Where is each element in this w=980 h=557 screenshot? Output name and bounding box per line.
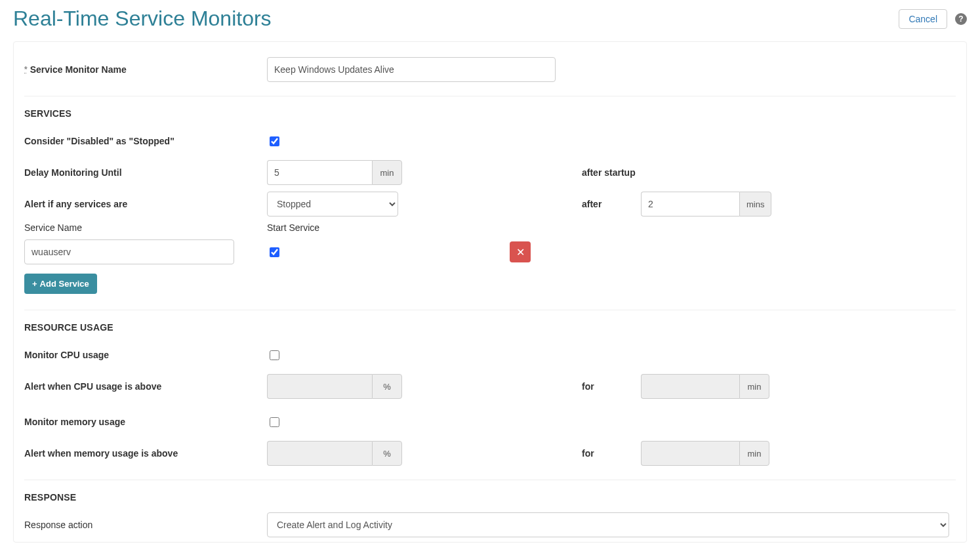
cpu-alert-label: Alert when CPU usage is above: [24, 381, 267, 392]
alert-if-label: Alert if any services are: [24, 199, 267, 209]
start-service-header: Start Service: [267, 222, 319, 233]
cpu-threshold-input[interactable]: [267, 374, 372, 399]
help-icon[interactable]: ?: [955, 13, 967, 25]
cpu-percent-unit: %: [372, 374, 402, 399]
memory-alert-label: Alert when memory usage is above: [24, 448, 267, 459]
start-service-checkbox[interactable]: [270, 247, 279, 257]
cpu-for-label: for: [562, 381, 641, 392]
cpu-min-unit: min: [739, 374, 769, 399]
required-indicator: *: [24, 65, 28, 74]
cpu-duration-input[interactable]: [641, 374, 739, 399]
page-header: Real-Time Service Monitors Cancel ?: [13, 7, 967, 37]
memory-threshold-input[interactable]: [267, 441, 372, 466]
cancel-button[interactable]: Cancel: [899, 9, 947, 29]
memory-duration-input[interactable]: [641, 441, 739, 466]
plus-icon: +: [32, 279, 37, 289]
alert-if-select[interactable]: Stopped: [267, 192, 398, 217]
memory-percent-unit: %: [372, 441, 402, 466]
page-title: Real-Time Service Monitors: [13, 7, 272, 31]
remove-service-button[interactable]: ✕: [510, 241, 531, 262]
monitor-memory-checkbox[interactable]: [270, 417, 279, 427]
resource-usage-section-title: RESOURCE USAGE: [24, 322, 956, 333]
divider: [24, 480, 956, 480]
response-action-select[interactable]: Create Alert and Log Activity: [267, 512, 949, 537]
response-section-title: RESPONSE: [24, 492, 956, 503]
consider-disabled-label: Consider "Disabled" as "Stopped": [24, 136, 267, 146]
service-monitor-name-input[interactable]: [267, 57, 556, 82]
divider: [24, 310, 956, 310]
response-action-label: Response action: [24, 520, 267, 530]
delay-monitoring-label: Delay Monitoring Until: [24, 167, 267, 178]
add-service-label: Add Service: [40, 279, 89, 289]
alert-after-unit-label: mins: [739, 192, 771, 217]
delay-unit-label: min: [372, 160, 402, 185]
close-icon: ✕: [516, 246, 525, 258]
after-label: after: [562, 199, 641, 209]
after-startup-label: after startup: [562, 167, 641, 178]
alert-after-duration-input[interactable]: [641, 192, 739, 217]
monitor-cpu-label: Monitor CPU usage: [24, 350, 267, 360]
memory-for-label: for: [562, 448, 641, 459]
service-monitor-name-label: Service Monitor Name: [30, 64, 127, 75]
add-service-button[interactable]: + Add Service: [24, 274, 97, 294]
consider-disabled-checkbox[interactable]: [270, 136, 279, 146]
divider: [24, 96, 956, 96]
service-name-header: Service Name: [24, 222, 267, 233]
memory-min-unit: min: [739, 441, 769, 466]
form-panel: * Service Monitor Name SERVICES Consider…: [13, 41, 967, 543]
monitor-memory-label: Monitor memory usage: [24, 417, 267, 427]
service-name-input[interactable]: [24, 239, 234, 264]
monitor-cpu-checkbox[interactable]: [270, 350, 279, 360]
services-section-title: SERVICES: [24, 108, 956, 119]
service-row: ✕: [24, 239, 956, 264]
delay-monitoring-input[interactable]: [267, 160, 372, 185]
